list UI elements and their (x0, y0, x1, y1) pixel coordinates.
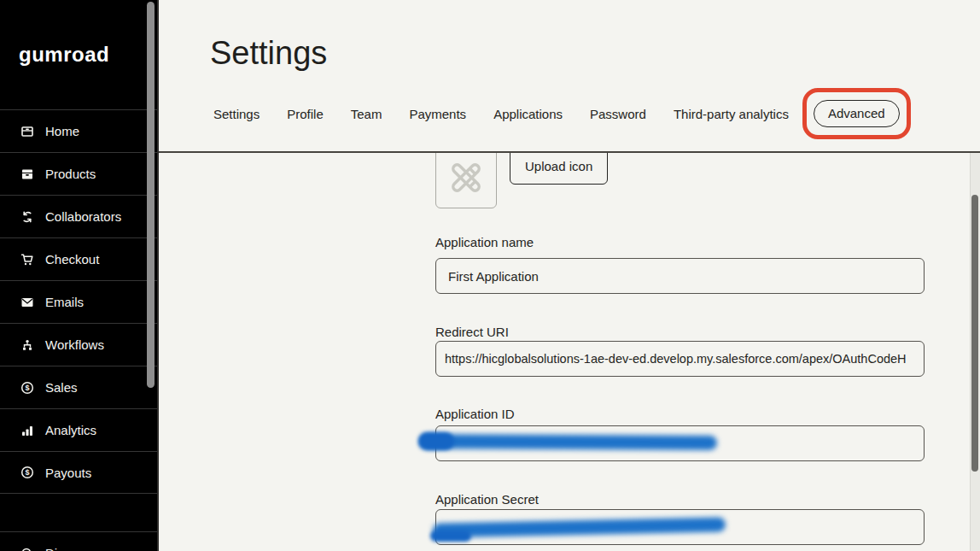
page-title: Settings (159, 0, 980, 72)
content-scrollbar-thumb[interactable] (971, 195, 978, 472)
annotation-highlight-ring: Advanced (802, 88, 911, 139)
sidebar-item-label: Sales (45, 380, 78, 395)
tab-advanced[interactable]: Advanced (814, 100, 900, 127)
settings-header: Settings Settings Profile Team Payments … (159, 0, 980, 153)
sidebar-item-payouts[interactable]: $ Payouts (0, 451, 157, 494)
sidebar-item-label: Workflows (45, 337, 104, 352)
main-panel: Settings Settings Profile Team Payments … (157, 0, 980, 551)
application-name-input[interactable] (435, 258, 925, 294)
collaborators-icon (20, 210, 34, 224)
discover-icon (20, 547, 34, 551)
sidebar-item-collaborators[interactable]: Collaborators (0, 195, 157, 237)
application-id-label: Application ID (435, 407, 515, 422)
sidebar-scrollbar-thumb[interactable] (147, 2, 155, 388)
tab-applications[interactable]: Applications (493, 107, 563, 121)
analytics-icon (20, 424, 34, 437)
sidebar-item-checkout[interactable]: Checkout (0, 237, 157, 280)
advanced-settings-content: Upload icon Application name Redirect UR… (159, 153, 980, 551)
sidebar-item-label: Discover (45, 546, 95, 551)
sidebar-item-label: Collaborators (45, 209, 121, 224)
default-app-icon (446, 158, 486, 197)
application-secret-label: Application Secret (435, 492, 539, 507)
sidebar-item-discover[interactable]: Discover (0, 531, 157, 551)
sidebar-item-home[interactable]: Home (0, 109, 157, 152)
sidebar-item-label: Checkout (45, 252, 99, 267)
sidebar-item-label: Analytics (45, 423, 96, 437)
payouts-icon: $ (20, 466, 34, 479)
workflows-icon (20, 338, 34, 352)
tab-settings[interactable]: Settings (213, 107, 260, 121)
tab-profile[interactable]: Profile (287, 107, 324, 121)
application-name-label: Application name (435, 235, 534, 250)
upload-icon-button[interactable]: Upload icon (510, 153, 608, 185)
home-icon (20, 125, 34, 138)
svg-text:$: $ (25, 468, 29, 477)
tab-third-party-analytics[interactable]: Third-party analytics (674, 107, 789, 121)
sidebar-item-label: Home (45, 124, 79, 138)
sidebar-item-label: Emails (45, 295, 84, 309)
tab-payments[interactable]: Payments (409, 107, 466, 121)
redirect-uri-label: Redirect URI (435, 325, 509, 340)
sidebar-section-gap (0, 494, 157, 531)
content-scrollbar-track[interactable] (970, 153, 980, 551)
checkout-icon (20, 253, 34, 267)
sidebar-item-label: Products (45, 167, 96, 181)
tab-team[interactable]: Team (351, 107, 382, 121)
sidebar-item-workflows[interactable]: Workflows (0, 323, 157, 366)
sidebar-item-products[interactable]: Products (0, 152, 157, 195)
svg-text:$: $ (25, 384, 29, 392)
gumroad-logo[interactable]: gumroad (0, 0, 157, 109)
settings-tabs: Settings Profile Team Payments Applicati… (213, 88, 911, 139)
sidebar-item-label: Payouts (45, 466, 91, 480)
application-icon-preview (435, 153, 497, 208)
sidebar: gumroad Home Products Collaborators Chec… (0, 0, 157, 551)
products-icon (20, 167, 34, 181)
application-id-redaction-scribble (420, 434, 717, 450)
redirect-uri-input[interactable] (435, 341, 925, 377)
application-secret-redaction-blob (430, 530, 471, 542)
emails-icon (20, 296, 34, 309)
sidebar-item-sales[interactable]: $ Sales (0, 366, 157, 408)
sidebar-item-emails[interactable]: Emails (0, 280, 157, 323)
application-id-redaction-blob (418, 432, 454, 450)
sales-icon: $ (20, 381, 34, 395)
sidebar-item-analytics[interactable]: Analytics (0, 408, 157, 451)
tab-password[interactable]: Password (590, 107, 646, 121)
